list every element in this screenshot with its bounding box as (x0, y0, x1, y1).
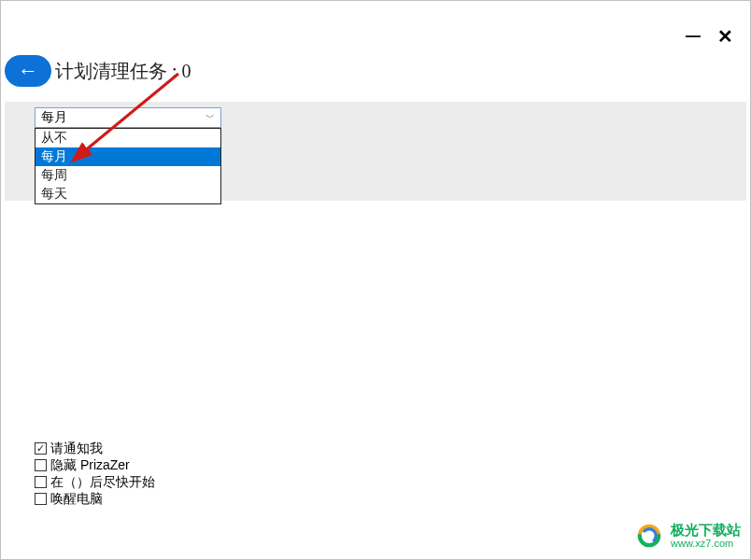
checkbox-wake-label: 唤醒电脑 (50, 490, 103, 507)
checkbox-hide-row: 隐藏 PrizaZer (35, 456, 155, 473)
watermark-title: 极光下载站 (671, 523, 741, 539)
minimize-button[interactable] (686, 35, 701, 37)
checkbox-hide-label: 隐藏 PrizaZer (50, 456, 130, 473)
checkbox-notify-row: 请通知我 (35, 440, 155, 456)
page-title: 计划清理任务 : 0 (55, 59, 191, 84)
back-arrow-icon: ← (18, 59, 38, 83)
dropdown-list: 从不 每月 每周 每天 (35, 128, 221, 204)
dropdown-option-monthly[interactable]: 每月 (35, 147, 220, 166)
checkbox-start-after[interactable] (35, 476, 47, 488)
dropdown-option-weekly[interactable]: 每周 (35, 166, 220, 185)
close-button[interactable]: ✕ (717, 27, 733, 46)
dropdown-option-daily[interactable]: 每天 (35, 185, 220, 203)
back-button[interactable]: ← (5, 55, 51, 87)
watermark-logo-icon (633, 520, 665, 552)
checkbox-start-after-label: 在（）后尽快开始 (50, 473, 155, 490)
checkbox-wake-row: 唤醒电脑 (35, 490, 155, 507)
chevron-down-icon: ﹀ (204, 111, 217, 124)
schedule-dropdown[interactable]: 每月 ﹀ (35, 107, 221, 128)
checkbox-wake[interactable] (35, 493, 47, 505)
watermark-url: www.xz7.com (671, 538, 741, 549)
checkbox-start-after-row: 在（）后尽快开始 (35, 473, 155, 490)
dropdown-option-never[interactable]: 从不 (35, 129, 220, 147)
watermark: 极光下载站 www.xz7.com (633, 520, 741, 552)
checkbox-notify-label: 请通知我 (50, 440, 103, 456)
dropdown-selected-value: 每月 (41, 109, 67, 126)
checkbox-hide[interactable] (35, 459, 47, 471)
checkbox-notify[interactable] (35, 442, 47, 455)
